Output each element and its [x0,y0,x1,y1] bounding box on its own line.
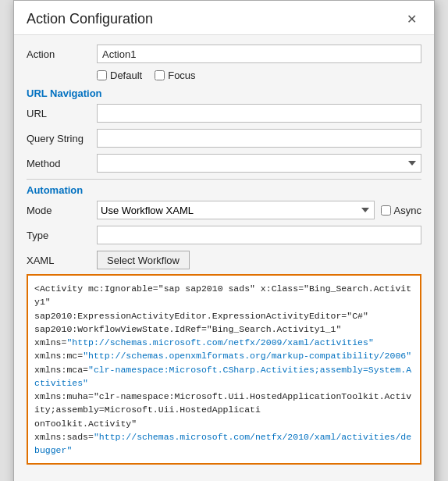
default-checkbox[interactable] [97,70,107,80]
action-input[interactable] [97,45,421,63]
default-checkbox-item: Default [97,69,142,81]
xaml-line7: xmlns:muha="clr-namespace:Microsoft.Uii.… [34,391,411,429]
xaml-url-2: "http://schemas.openxmlformats.org/marku… [83,351,411,361]
method-select[interactable]: GET POST [97,154,421,173]
url-row: URL [27,104,421,123]
xaml-line4: xmlns="http://schemas.microsoft.com/netf… [34,337,374,347]
query-string-label: Query String [27,133,97,144]
xaml-label: XAML [27,255,97,266]
mode-row: Mode Use Workflow XAML JavaScript None A… [27,201,421,219]
default-label: Default [110,69,142,81]
title-bar: Action Configuration ✕ [14,1,434,35]
xaml-content-box[interactable]: <Activity mc:Ignorable="sap sap2010 sads… [27,274,421,465]
dialog-content: Action Default Focus URL Navigation URL … [14,35,434,481]
focus-checkbox[interactable] [155,70,165,80]
query-string-input[interactable] [97,129,421,148]
action-label: Action [27,48,97,60]
xaml-line8: xmlns:sads="http://schemas.microsoft.com… [34,432,411,455]
close-icon-btn[interactable]: ✕ [402,10,421,28]
mode-select-wrap: Use Workflow XAML JavaScript None Async [97,201,421,219]
dialog-title: Action Configuration [27,11,153,27]
xaml-line3: sap2010:WorkflowViewState.IdRef="Bing_Se… [34,324,341,334]
xaml-url-1: "http://schemas.microsoft.com/netfx/2009… [66,337,373,347]
xaml-url-4: "http://schemas.microsoft.com/netfx/2010… [34,432,411,455]
xaml-row: XAML Select Workflow [27,251,421,269]
checkbox-group: Default Focus [97,69,421,81]
action-row: Action [27,45,421,63]
async-checkbox[interactable] [381,205,391,216]
xaml-line5: xmlns:mc="http://schemas.openxmlformats.… [34,351,411,361]
xaml-line6: xmlns:mca="clr-namespace:Microsoft.CShar… [34,365,411,388]
method-row: Method GET POST [27,154,421,173]
async-label: Async [394,205,421,216]
xaml-url-3: "clr-namespace:Microsoft.CSharp.Activiti… [34,365,411,388]
divider-1 [27,179,421,180]
focus-checkbox-item: Focus [155,69,195,81]
focus-label: Focus [168,69,195,81]
url-input[interactable] [97,104,421,123]
select-workflow-button[interactable]: Select Workflow [97,251,190,269]
type-input[interactable] [97,226,421,244]
action-configuration-dialog: Action Configuration ✕ Action Default Fo… [13,0,435,481]
xaml-line1: <Activity mc:Ignorable="sap sap2010 sads… [34,283,411,307]
type-row: Type [27,226,421,244]
mode-select[interactable]: Use Workflow XAML JavaScript None [97,201,375,219]
mode-label: Mode [27,205,97,216]
url-label: URL [27,108,97,119]
xaml-line2: sap2010:ExpressionActivityEditor.Express… [34,311,368,321]
method-label: Method [27,158,97,169]
automation-header: Automation [27,184,421,196]
url-navigation-header: URL Navigation [27,87,421,99]
query-string-row: Query String [27,129,421,148]
type-label: Type [27,230,97,241]
async-checkbox-item: Async [381,205,421,216]
